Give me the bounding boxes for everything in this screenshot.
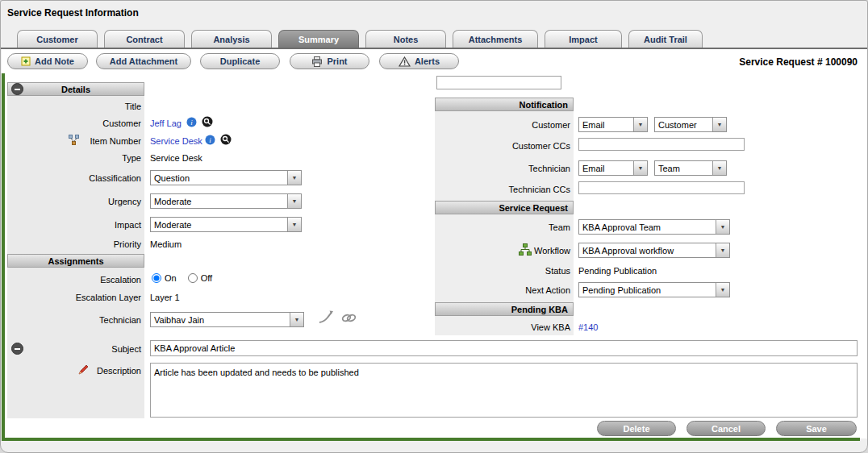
notification-technician-label: Technician: [435, 164, 570, 174]
notification-customer-label: Customer: [435, 120, 570, 131]
technician-label: Technician: [7, 315, 141, 326]
pending-kba-section-header: Pending KBA: [435, 302, 574, 316]
title-label: Title: [7, 102, 141, 112]
dropdown-arrow-icon: ▼: [716, 220, 729, 234]
next-action-value: Pending Publication: [579, 283, 716, 297]
printer-icon: [311, 56, 323, 67]
status-label: Status: [435, 266, 570, 276]
customer-ccs-label: Customer CCs: [435, 141, 570, 152]
dropdown-arrow-icon: ▼: [712, 118, 726, 131]
subject-label: Subject: [7, 344, 141, 355]
notification-customer-method-select[interactable]: Email ▼: [578, 117, 648, 132]
notification-customer-recipient-select[interactable]: Customer ▼: [654, 117, 727, 132]
tab-audit-trail[interactable]: Audit Trail: [628, 30, 703, 48]
notification-customer-method-value: Email: [579, 118, 633, 131]
escalation-off-radio[interactable]: [188, 273, 198, 283]
add-attachment-button[interactable]: Add Attachment: [96, 53, 191, 69]
workflow-label: Workflow: [435, 246, 570, 256]
alerts-button[interactable]: Alerts: [379, 53, 459, 69]
escalation-label: Escalation: [7, 275, 141, 285]
description-label: Description: [7, 366, 141, 376]
escalation-on-option[interactable]: On: [152, 273, 177, 283]
description-textarea[interactable]: Article has been updated and needs to be…: [150, 363, 858, 418]
view-kba-label: View KBA: [435, 322, 570, 333]
next-action-label: Next Action: [435, 285, 570, 296]
item-search-icon[interactable]: [220, 134, 232, 145]
dropdown-arrow-icon: ▼: [287, 218, 301, 231]
service-request-window: Service Request Information Customer Con…: [0, 0, 868, 453]
delete-button[interactable]: Delete: [597, 421, 676, 436]
dropdown-arrow-icon: ▼: [716, 283, 729, 297]
duplicate-label: Duplicate: [220, 56, 261, 66]
assignments-section-header: Assignments: [7, 254, 144, 268]
alerts-label: Alerts: [415, 56, 440, 66]
technician-ccs-input[interactable]: [578, 181, 745, 194]
type-label: Type: [7, 153, 141, 164]
cancel-button[interactable]: Cancel: [686, 421, 766, 436]
tab-contract[interactable]: Contract: [104, 30, 185, 48]
impact-label: Impact: [7, 220, 141, 231]
workflow-value: KBA Approval workflow: [579, 243, 716, 257]
notification-technician-recipient-select[interactable]: Team ▼: [654, 160, 727, 176]
tab-attachments[interactable]: Attachments: [453, 30, 538, 48]
next-action-select[interactable]: Pending Publication ▼: [578, 282, 730, 297]
escalation-radio-group: On Off: [152, 273, 212, 283]
tab-customer[interactable]: Customer: [17, 30, 98, 48]
print-label: Print: [327, 56, 347, 66]
status-value: Pending Publication: [578, 266, 657, 276]
customer-label: Customer: [7, 118, 141, 129]
team-label: Team: [435, 222, 570, 233]
item-number-label: Item Number: [7, 136, 141, 147]
save-button[interactable]: Save: [776, 421, 857, 436]
add-note-button[interactable]: Add Note: [7, 53, 88, 69]
customer-info-icon[interactable]: i: [186, 117, 197, 127]
duplicate-button[interactable]: Duplicate: [200, 53, 280, 69]
escalation-on-radio[interactable]: [152, 273, 161, 283]
escalate-pen-icon[interactable]: [317, 310, 334, 325]
notification-technician-method-select[interactable]: Email ▼: [578, 160, 648, 176]
classification-label: Classification: [7, 173, 141, 184]
escalation-off-option[interactable]: Off: [188, 273, 212, 283]
tab-impact[interactable]: Impact: [545, 30, 622, 48]
accent-bar-left: [2, 73, 5, 441]
subject-input[interactable]: [150, 340, 858, 356]
impact-value: Moderate: [151, 218, 287, 231]
customer-ccs-input[interactable]: [578, 138, 745, 151]
note-plus-icon: [21, 56, 31, 66]
customer-search-icon[interactable]: [202, 116, 213, 127]
item-info-icon[interactable]: i: [205, 135, 215, 145]
dropdown-arrow-icon: ▼: [633, 118, 647, 131]
tab-analysis[interactable]: Analysis: [191, 30, 272, 48]
technician-select[interactable]: Vaibhav Jain ▼: [150, 312, 304, 327]
collapse-details-button[interactable]: [11, 83, 23, 95]
unlabeled-top-input[interactable]: [436, 76, 561, 89]
priority-value: Medium: [150, 239, 182, 250]
team-select[interactable]: KBA Approval Team ▼: [578, 219, 730, 235]
right-label-panel: [435, 98, 574, 335]
impact-select[interactable]: Moderate ▼: [150, 217, 302, 232]
print-button[interactable]: Print: [290, 53, 369, 69]
technician-value: Vaibhav Jain: [151, 313, 290, 326]
workflow-select[interactable]: KBA Approval workflow ▼: [578, 243, 730, 258]
view-kba-link[interactable]: #140: [578, 322, 598, 333]
chain-link-icon[interactable]: [340, 312, 357, 324]
urgency-select[interactable]: Moderate ▼: [150, 193, 302, 209]
add-attachment-label: Add Attachment: [110, 56, 178, 66]
notification-customer-recipient-value: Customer: [655, 118, 712, 131]
priority-label: Priority: [7, 239, 141, 250]
tab-bar: Customer Contract Analysis Summary Notes…: [17, 30, 703, 48]
team-value: KBA Approval Team: [579, 220, 716, 234]
urgency-value: Moderate: [151, 194, 287, 208]
tab-notes[interactable]: Notes: [365, 30, 446, 48]
customer-link[interactable]: Jeff Lag: [150, 118, 182, 129]
urgency-label: Urgency: [7, 197, 141, 207]
add-note-label: Add Note: [35, 56, 74, 66]
page-title: Service Request Information: [7, 7, 139, 19]
item-number-link[interactable]: Service Desk: [150, 136, 202, 147]
tab-summary[interactable]: Summary: [278, 30, 359, 48]
alert-triangle-icon: [399, 56, 411, 67]
dropdown-arrow-icon: ▼: [716, 243, 729, 257]
notification-section-header: Notification: [435, 98, 574, 111]
classification-select[interactable]: Question ▼: [150, 170, 302, 185]
service-request-section-header: Service Request: [435, 201, 574, 214]
